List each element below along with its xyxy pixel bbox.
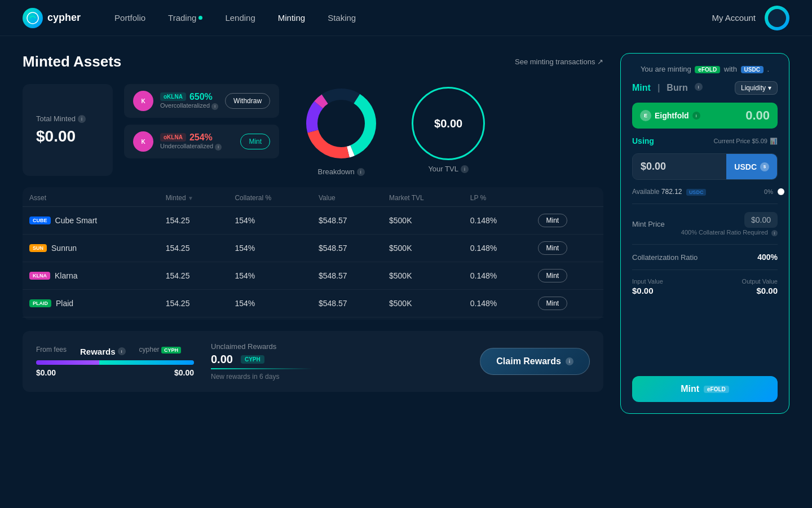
mint-burn-tabs: Mint | Burn i: [632, 83, 703, 93]
navbar: cypher Portfolio Trading Lending Minting…: [0, 0, 812, 36]
slider-thumb[interactable]: [778, 188, 784, 195]
output-value: $0.00: [756, 286, 778, 295]
divider-1: [632, 204, 778, 204]
coll-ratio-row: Collaterization Ratio 400%: [632, 253, 778, 262]
asset-name-cell: SUN Sunrun: [29, 244, 152, 253]
tvl-circle: $0.00: [412, 87, 485, 160]
avail-badge: USDC: [686, 189, 707, 196]
nav-trading[interactable]: Trading: [168, 13, 202, 23]
rewards-bar-track: [36, 360, 194, 365]
avatar[interactable]: [765, 6, 789, 30]
mint-row-button[interactable]: Mint: [538, 269, 568, 282]
rewards-info[interactable]: i: [118, 347, 126, 355]
table-row: SUN Sunrun 154.25 154% $548.57 $500K 0.1…: [23, 235, 603, 262]
burn-info[interactable]: i: [695, 83, 703, 91]
page-title: Minted Assets: [23, 53, 121, 70]
my-account-link[interactable]: My Account: [712, 13, 756, 23]
left-panel: Minted Assets See minting transactions ↗…: [23, 53, 603, 414]
see-transactions-link[interactable]: See minting transactions ↗: [515, 58, 603, 66]
mint-burn-tabs-row: Mint | Burn i Liquidity ▾: [632, 81, 778, 95]
collateral-req-info[interactable]: i: [771, 230, 778, 236]
chart-info[interactable]: i: [357, 168, 365, 176]
coll-pct-1: 650%: [189, 92, 213, 102]
col-collateral: Collateral %: [228, 189, 312, 207]
minted-cell: 154.25: [159, 290, 228, 317]
unclaimed-section: Unclaimed Rewards 0.00 CYPH New rewards …: [211, 342, 463, 381]
lp-pct-cell: 0.148%: [464, 290, 531, 317]
coll-tag-2: oKLNA: [160, 133, 186, 142]
assets-table: Asset Minted ▼ Collateral % Value Market…: [23, 189, 603, 317]
usdc-amount-input[interactable]: $0.00: [633, 154, 726, 179]
cypher-badge-label: cypher: [139, 346, 160, 354]
value-cell: $548.57: [312, 262, 382, 290]
nav-staking[interactable]: Staking: [328, 13, 356, 23]
claim-info: i: [566, 357, 573, 365]
table-row: CUBE Cube Smart 154.25 154% $548.57 $500…: [23, 207, 603, 235]
coll-ratio-label: Collaterization Ratio: [632, 253, 698, 262]
tvl-section: $0.00 Your TVL i: [403, 84, 493, 176]
coll-status-2: Undercollateralized i: [160, 143, 233, 151]
mint-row-button[interactable]: Mint: [538, 297, 568, 310]
mint-button-card[interactable]: Mint: [240, 134, 270, 149]
klarna-logo-2: K: [133, 131, 153, 152]
slider-row: 0%: [764, 188, 778, 195]
cyph-tag: CYPH: [161, 347, 181, 354]
rewards-section: From fees Rewards i cypher CYPH $0.00: [23, 331, 603, 392]
svg-point-0: [27, 12, 38, 24]
claim-rewards-button[interactable]: Claim Rewards i: [480, 348, 590, 375]
input-value: $0.00: [632, 286, 663, 295]
minting-info: You are minting eFOLD with USDC .: [632, 65, 778, 73]
tab-divider: |: [657, 83, 660, 93]
asset-name-text: Cube Smart: [55, 216, 98, 225]
value-cell: $548.57: [312, 235, 382, 262]
using-label: Using: [632, 136, 654, 145]
amount-input[interactable]: 0.00: [745, 108, 770, 123]
pct-label: 0%: [764, 188, 773, 195]
cypher-value: $0.00: [174, 368, 194, 377]
nav-portfolio[interactable]: Portfolio: [114, 13, 145, 23]
output-value-label: Output Value: [742, 278, 778, 285]
right-panel: You are minting eFOLD with USDC . Mint |…: [620, 53, 789, 414]
available-label: Available 782.12 USDC: [632, 188, 706, 196]
asset-info[interactable]: i: [692, 112, 700, 120]
withdraw-button[interactable]: Withdraw: [225, 93, 270, 109]
mint-row-button[interactable]: Mint: [538, 214, 568, 227]
unclaimed-underline: [211, 368, 312, 369]
donut-chart: [302, 84, 381, 163]
unclaimed-label: Unclaimed Rewards: [211, 342, 463, 351]
top-section: Total Minted i $0.00 K oKLNA 650%: [23, 84, 603, 176]
col-minted[interactable]: Minted ▼: [159, 189, 228, 207]
liquidity-select[interactable]: Liquidity ▾: [735, 81, 778, 95]
col-market-tvl: Market TVL: [382, 189, 464, 207]
asset-name-text: Klarna: [55, 271, 77, 280]
usdc-circle-icon: $: [760, 162, 769, 171]
collateral-card-overcollateralized: K oKLNA 650% Overcollateralized i: [124, 84, 279, 118]
assets-table-container: Asset Minted ▼ Collateral % Value Market…: [23, 187, 603, 320]
rewards-values: $0.00 $0.00: [36, 368, 194, 377]
using-row: Using Current Price $5.09 📊: [632, 136, 778, 145]
coll-status-info-1[interactable]: i: [211, 103, 218, 110]
rewards-label: Rewards: [80, 347, 116, 356]
asset-select[interactable]: E Eightfold i: [640, 110, 700, 121]
mint-action-button[interactable]: Mint eFOLD: [632, 376, 778, 402]
logo-icon: [23, 8, 43, 28]
coll-status-info-2[interactable]: i: [215, 144, 222, 151]
usdc-badge: USDC: [741, 66, 764, 73]
market-tvl-cell: $500K: [382, 207, 464, 235]
usdc-selector[interactable]: USDC $: [726, 154, 777, 179]
col-value: Value: [312, 189, 382, 207]
tvl-info[interactable]: i: [461, 165, 469, 173]
asset-name-text: Plaid: [56, 299, 73, 308]
lp-pct-cell: 0.148%: [464, 235, 531, 262]
eightfold-icon: E: [640, 110, 651, 121]
lp-pct-cell: 0.148%: [464, 262, 531, 290]
divider-2: [632, 244, 778, 245]
total-minted-info[interactable]: i: [78, 115, 86, 123]
mint-row-button[interactable]: Mint: [538, 241, 568, 255]
nav-lending[interactable]: Lending: [225, 13, 255, 23]
tab-mint[interactable]: Mint: [632, 83, 651, 93]
tab-burn[interactable]: Burn: [667, 83, 687, 93]
asset-badge: KLNA: [29, 272, 50, 280]
logo[interactable]: cypher: [23, 8, 81, 28]
nav-minting[interactable]: Minting: [278, 13, 305, 23]
